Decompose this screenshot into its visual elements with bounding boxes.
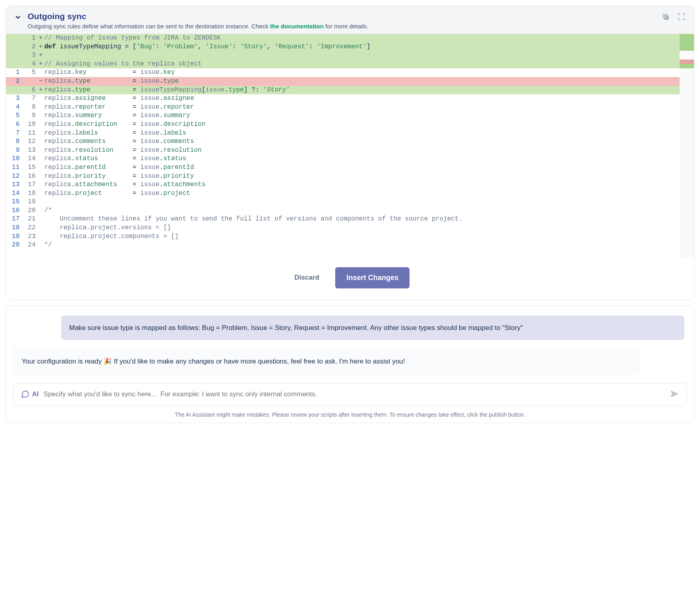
- documentation-link[interactable]: the documentation: [270, 23, 324, 30]
- code-text: replica.attachments = issue.attachments: [44, 181, 680, 189]
- line-number-old: 1: [6, 68, 22, 77]
- line-number-new: 13: [22, 146, 38, 155]
- code-line[interactable]: 812replica.comments = issue.comments: [6, 137, 680, 146]
- outgoing-sync-panel: Outgoing sync Outgoing sync rules define…: [6, 6, 694, 300]
- code-text: Uncomment these lines if you want to sen…: [44, 215, 680, 224]
- diff-marker: [38, 224, 44, 232]
- code-text: replica.key = issue.key: [44, 68, 680, 77]
- code-text: def issueTypeMapping = ['Bug': 'Problem'…: [44, 43, 680, 52]
- code-text: replica.status = issue.status: [44, 155, 680, 163]
- code-line[interactable]: 1115replica.parentId = issue.parentId: [6, 163, 680, 172]
- line-number-old: 7: [6, 129, 22, 138]
- code-text: replica.type = issue.type: [44, 77, 680, 86]
- line-number-new: 2: [22, 43, 38, 52]
- line-number-new: 15: [22, 163, 38, 172]
- diff-marker: [38, 207, 44, 215]
- user-message: Make sure issue type is mapped as follow…: [61, 316, 684, 340]
- diff-marker: [38, 215, 44, 224]
- minimap[interactable]: [680, 34, 694, 258]
- code-line[interactable]: 1923 replica.project.components = []: [6, 232, 680, 241]
- ai-message: Your configuration is ready 🎉 If you'd l…: [13, 349, 639, 374]
- code-line[interactable]: 48replica.reporter = issue.reporter: [6, 103, 680, 112]
- line-number-old: 12: [6, 172, 22, 181]
- panel-header: Outgoing sync Outgoing sync rules define…: [6, 6, 694, 34]
- diff-marker: +: [38, 43, 44, 52]
- code-text: // Assigning values to the replica objec…: [44, 60, 680, 69]
- code-line[interactable]: 2−replica.type = issue.type: [6, 77, 680, 86]
- ai-disclaimer: The AI Assistant might make mistakes. Pl…: [13, 411, 687, 418]
- line-number-new: 14: [22, 155, 38, 163]
- code-text: [44, 51, 680, 60]
- diff-marker: [38, 232, 44, 241]
- insert-changes-button[interactable]: Insert Changes: [335, 267, 410, 288]
- code-line[interactable]: 1620/*: [6, 207, 680, 215]
- line-number-new: 11: [22, 129, 38, 138]
- code-text: replica.labels = issue.labels: [44, 129, 680, 138]
- code-text: // Mapping of issue types from JIRA to Z…: [44, 34, 680, 43]
- line-number-old: 14: [6, 189, 22, 198]
- line-number-new: 8: [22, 103, 38, 112]
- code-line[interactable]: 1418replica.project = issue.project: [6, 189, 680, 198]
- line-number-old: 8: [6, 137, 22, 146]
- code-text: replica.comments = issue.comments: [44, 137, 680, 146]
- line-number-new: 1: [22, 34, 38, 43]
- chat-bubble-icon: [21, 390, 30, 399]
- fullscreen-icon[interactable]: [677, 12, 686, 22]
- diff-editor[interactable]: 1+// Mapping of issue types from JIRA to…: [6, 34, 694, 258]
- line-number-old: [6, 86, 22, 95]
- line-number-old: 11: [6, 163, 22, 172]
- line-number-new: 7: [22, 94, 38, 103]
- line-number-old: 15: [6, 198, 22, 207]
- code-line[interactable]: 2+def issueTypeMapping = ['Bug': 'Proble…: [6, 43, 680, 52]
- code-line[interactable]: 610replica.description = issue.descripti…: [6, 120, 680, 129]
- copy-icon[interactable]: [661, 12, 670, 22]
- line-number-new: 21: [22, 215, 38, 224]
- code-line[interactable]: 1216replica.priority = issue.priority: [6, 172, 680, 181]
- code-text: replica.type = issueTypeMapping[issue.ty…: [44, 86, 680, 95]
- line-number-old: 10: [6, 155, 22, 163]
- code-line[interactable]: 6+replica.type = issueTypeMapping[issue.…: [6, 86, 680, 95]
- code-line[interactable]: 4+// Assigning values to the replica obj…: [6, 60, 680, 69]
- diff-marker: [38, 189, 44, 198]
- code-line[interactable]: 1+// Mapping of issue types from JIRA to…: [6, 34, 680, 43]
- code-line[interactable]: 1014replica.status = issue.status: [6, 155, 680, 163]
- code-text: replica.reporter = issue.reporter: [44, 103, 680, 112]
- code-text: replica.priority = issue.priority: [44, 172, 680, 181]
- code-line[interactable]: 2024*/: [6, 241, 680, 250]
- collapse-chevron-icon[interactable]: [14, 13, 22, 22]
- subtitle-prefix: Outgoing sync rules define what informat…: [28, 23, 270, 30]
- line-number-old: [6, 60, 22, 69]
- chat-input-row: AI: [13, 383, 687, 406]
- discard-button[interactable]: Discard: [290, 267, 323, 288]
- line-number-new: 3: [22, 51, 38, 60]
- code-text: replica.resolution = issue.resolution: [44, 146, 680, 155]
- diff-marker: +: [38, 86, 44, 95]
- code-line[interactable]: 1519: [6, 198, 680, 207]
- code-line[interactable]: 37replica.assignee = issue.assignee: [6, 94, 680, 103]
- diff-marker: [38, 68, 44, 77]
- send-icon[interactable]: [670, 389, 679, 400]
- code-line[interactable]: 3+: [6, 51, 680, 60]
- line-number-old: 5: [6, 111, 22, 120]
- code-line[interactable]: 711replica.labels = issue.labels: [6, 129, 680, 138]
- code-line[interactable]: 59replica.summary = issue.summary: [6, 111, 680, 120]
- diff-marker: [38, 241, 44, 250]
- code-line[interactable]: 1721 Uncomment these lines if you want t…: [6, 215, 680, 224]
- code-line[interactable]: 1822 replica.project.versions = []: [6, 224, 680, 232]
- line-number-new: 23: [22, 232, 38, 241]
- line-number-old: 19: [6, 232, 22, 241]
- line-number-new: 18: [22, 189, 38, 198]
- line-number-new: 12: [22, 137, 38, 146]
- diff-marker: [38, 155, 44, 163]
- diff-marker: [38, 146, 44, 155]
- diff-actions: Discard Insert Changes: [6, 258, 694, 300]
- chat-input[interactable]: [44, 390, 665, 398]
- line-number-new: 20: [22, 207, 38, 215]
- line-number-old: 20: [6, 241, 22, 250]
- code-line[interactable]: 15replica.key = issue.key: [6, 68, 680, 77]
- ai-label-text: AI: [32, 390, 39, 398]
- code-line[interactable]: 913replica.resolution = issue.resolution: [6, 146, 680, 155]
- line-number-old: 17: [6, 215, 22, 224]
- line-number-new: 6: [22, 86, 38, 95]
- code-line[interactable]: 1317replica.attachments = issue.attachme…: [6, 181, 680, 189]
